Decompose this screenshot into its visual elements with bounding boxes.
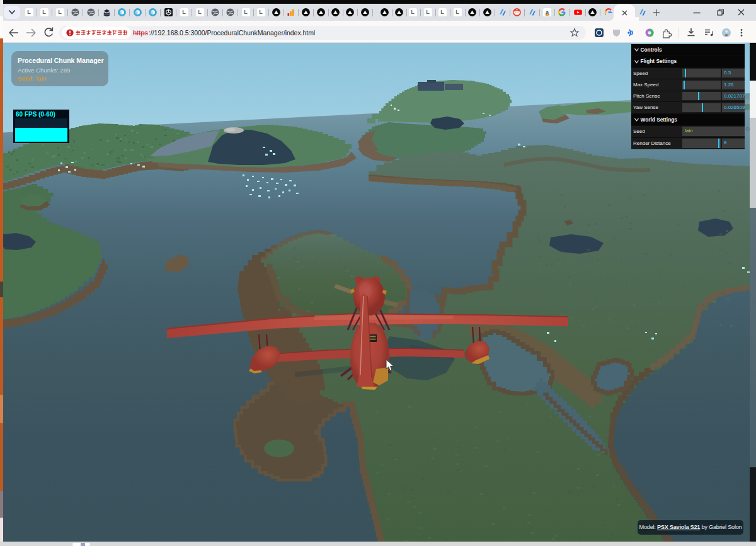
svg-text:a: a (545, 9, 549, 16)
svg-text:://192.168.0.5:3000/Procedural: ://192.168.0.5:3000/ProceduralChunkManag… (149, 29, 315, 37)
svg-text:https: https (133, 29, 148, 37)
